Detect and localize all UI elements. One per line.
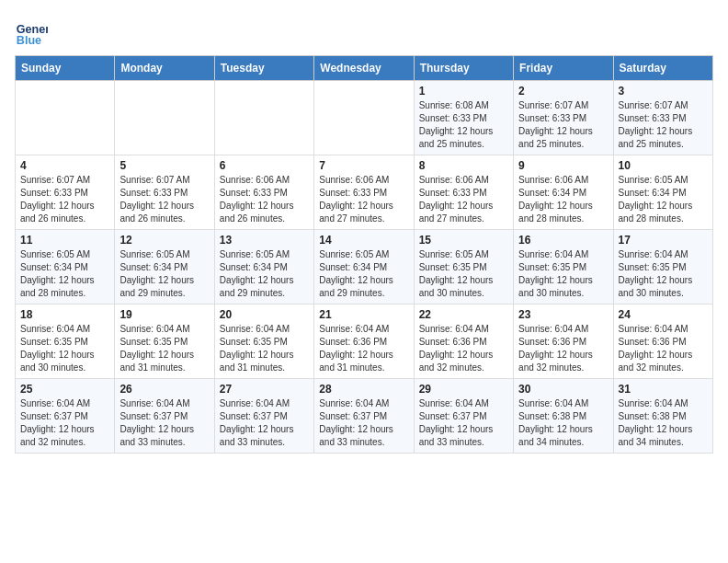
calendar-cell: 24Sunrise: 6:04 AM Sunset: 6:36 PM Dayli… bbox=[613, 304, 712, 379]
calendar-cell: 25Sunrise: 6:04 AM Sunset: 6:37 PM Dayli… bbox=[16, 379, 115, 454]
day-info: Sunrise: 6:06 AM Sunset: 6:34 PM Dayligh… bbox=[518, 174, 608, 225]
calendar-week-4: 18Sunrise: 6:04 AM Sunset: 6:35 PM Dayli… bbox=[16, 304, 713, 379]
day-info: Sunrise: 6:04 AM Sunset: 6:36 PM Dayligh… bbox=[419, 323, 508, 374]
day-number: 1 bbox=[419, 85, 508, 98]
calendar-cell: 1Sunrise: 6:08 AM Sunset: 6:33 PM Daylig… bbox=[414, 81, 513, 155]
weekday-header-thursday: Thursday bbox=[414, 56, 513, 81]
calendar-table: SundayMondayTuesdayWednesdayThursdayFrid… bbox=[15, 55, 713, 454]
day-number: 22 bbox=[419, 308, 508, 321]
calendar-cell: 20Sunrise: 6:04 AM Sunset: 6:35 PM Dayli… bbox=[214, 304, 313, 379]
calendar-cell: 12Sunrise: 6:05 AM Sunset: 6:34 PM Dayli… bbox=[115, 230, 214, 304]
day-info: Sunrise: 6:07 AM Sunset: 6:33 PM Dayligh… bbox=[20, 174, 109, 225]
calendar-cell: 11Sunrise: 6:05 AM Sunset: 6:34 PM Dayli… bbox=[16, 230, 115, 304]
day-info: Sunrise: 6:06 AM Sunset: 6:33 PM Dayligh… bbox=[220, 174, 309, 225]
day-number: 17 bbox=[619, 234, 708, 247]
day-number: 13 bbox=[220, 234, 309, 247]
day-info: Sunrise: 6:04 AM Sunset: 6:35 PM Dayligh… bbox=[220, 323, 309, 374]
calendar-cell: 18Sunrise: 6:04 AM Sunset: 6:35 PM Dayli… bbox=[16, 304, 115, 379]
day-number: 27 bbox=[220, 383, 309, 396]
weekday-header-friday: Friday bbox=[514, 56, 613, 81]
day-info: Sunrise: 6:05 AM Sunset: 6:34 PM Dayligh… bbox=[319, 248, 408, 300]
calendar-cell bbox=[214, 81, 313, 155]
day-number: 14 bbox=[319, 234, 408, 247]
weekday-header-wednesday: Wednesday bbox=[314, 56, 414, 81]
day-info: Sunrise: 6:04 AM Sunset: 6:36 PM Dayligh… bbox=[619, 323, 708, 374]
calendar-week-5: 25Sunrise: 6:04 AM Sunset: 6:37 PM Dayli… bbox=[16, 379, 713, 454]
calendar-cell: 13Sunrise: 6:05 AM Sunset: 6:34 PM Dayli… bbox=[214, 230, 313, 304]
day-info: Sunrise: 6:04 AM Sunset: 6:35 PM Dayligh… bbox=[119, 323, 209, 374]
calendar-cell: 22Sunrise: 6:04 AM Sunset: 6:36 PM Dayli… bbox=[414, 304, 513, 379]
calendar-cell: 29Sunrise: 6:04 AM Sunset: 6:37 PM Dayli… bbox=[414, 379, 513, 454]
calendar-cell: 21Sunrise: 6:04 AM Sunset: 6:36 PM Dayli… bbox=[314, 304, 414, 379]
calendar-cell: 31Sunrise: 6:04 AM Sunset: 6:38 PM Dayli… bbox=[613, 379, 712, 454]
day-number: 4 bbox=[20, 159, 109, 172]
day-number: 12 bbox=[119, 234, 209, 247]
day-number: 5 bbox=[119, 159, 209, 172]
calendar-cell: 28Sunrise: 6:04 AM Sunset: 6:37 PM Dayli… bbox=[314, 379, 414, 454]
day-number: 2 bbox=[518, 85, 608, 98]
calendar-cell: 23Sunrise: 6:04 AM Sunset: 6:36 PM Dayli… bbox=[514, 304, 613, 379]
day-info: Sunrise: 6:06 AM Sunset: 6:33 PM Dayligh… bbox=[319, 174, 408, 225]
day-number: 7 bbox=[319, 159, 408, 172]
day-number: 30 bbox=[518, 383, 608, 396]
day-info: Sunrise: 6:05 AM Sunset: 6:34 PM Dayligh… bbox=[20, 248, 109, 300]
day-info: Sunrise: 6:08 AM Sunset: 6:33 PM Dayligh… bbox=[419, 99, 508, 151]
day-info: Sunrise: 6:07 AM Sunset: 6:33 PM Dayligh… bbox=[119, 174, 209, 225]
svg-text:Blue: Blue bbox=[17, 34, 41, 47]
weekday-header-row: SundayMondayTuesdayWednesdayThursdayFrid… bbox=[16, 56, 713, 81]
day-info: Sunrise: 6:04 AM Sunset: 6:37 PM Dayligh… bbox=[319, 397, 408, 449]
day-info: Sunrise: 6:04 AM Sunset: 6:35 PM Dayligh… bbox=[20, 323, 109, 374]
calendar-week-2: 4Sunrise: 6:07 AM Sunset: 6:33 PM Daylig… bbox=[16, 155, 713, 230]
calendar-cell: 3Sunrise: 6:07 AM Sunset: 6:33 PM Daylig… bbox=[613, 81, 712, 155]
day-number: 9 bbox=[518, 159, 608, 172]
weekday-header-sunday: Sunday bbox=[16, 56, 115, 81]
calendar-week-1: 1Sunrise: 6:08 AM Sunset: 6:33 PM Daylig… bbox=[16, 81, 713, 155]
day-info: Sunrise: 6:04 AM Sunset: 6:36 PM Dayligh… bbox=[518, 323, 608, 374]
day-number: 16 bbox=[518, 234, 608, 247]
day-number: 21 bbox=[319, 308, 408, 321]
calendar-cell: 8Sunrise: 6:06 AM Sunset: 6:33 PM Daylig… bbox=[414, 155, 513, 230]
calendar-cell: 27Sunrise: 6:04 AM Sunset: 6:37 PM Dayli… bbox=[214, 379, 313, 454]
day-number: 25 bbox=[20, 383, 109, 396]
day-info: Sunrise: 6:04 AM Sunset: 6:37 PM Dayligh… bbox=[119, 397, 209, 449]
day-number: 11 bbox=[20, 234, 109, 247]
day-number: 28 bbox=[319, 383, 408, 396]
calendar-cell: 26Sunrise: 6:04 AM Sunset: 6:37 PM Dayli… bbox=[115, 379, 214, 454]
day-info: Sunrise: 6:04 AM Sunset: 6:38 PM Dayligh… bbox=[619, 397, 708, 449]
day-number: 26 bbox=[119, 383, 209, 396]
calendar-cell bbox=[314, 81, 414, 155]
day-number: 31 bbox=[619, 383, 708, 396]
day-number: 29 bbox=[419, 383, 508, 396]
day-number: 8 bbox=[419, 159, 508, 172]
calendar-cell: 19Sunrise: 6:04 AM Sunset: 6:35 PM Dayli… bbox=[115, 304, 214, 379]
weekday-header-saturday: Saturday bbox=[613, 56, 712, 81]
calendar-cell: 14Sunrise: 6:05 AM Sunset: 6:34 PM Dayli… bbox=[314, 230, 414, 304]
calendar-cell bbox=[16, 81, 115, 155]
calendar-cell bbox=[115, 81, 214, 155]
day-info: Sunrise: 6:04 AM Sunset: 6:36 PM Dayligh… bbox=[319, 323, 408, 374]
calendar-cell: 15Sunrise: 6:05 AM Sunset: 6:35 PM Dayli… bbox=[414, 230, 513, 304]
day-info: Sunrise: 6:07 AM Sunset: 6:33 PM Dayligh… bbox=[619, 99, 708, 151]
page-header: General Blue bbox=[15, 15, 713, 48]
calendar-header: SundayMondayTuesdayWednesdayThursdayFrid… bbox=[16, 56, 713, 81]
day-number: 6 bbox=[220, 159, 309, 172]
calendar-cell: 7Sunrise: 6:06 AM Sunset: 6:33 PM Daylig… bbox=[314, 155, 414, 230]
calendar-cell: 6Sunrise: 6:06 AM Sunset: 6:33 PM Daylig… bbox=[214, 155, 313, 230]
calendar-week-3: 11Sunrise: 6:05 AM Sunset: 6:34 PM Dayli… bbox=[16, 230, 713, 304]
day-info: Sunrise: 6:05 AM Sunset: 6:34 PM Dayligh… bbox=[619, 174, 708, 225]
calendar-cell: 2Sunrise: 6:07 AM Sunset: 6:33 PM Daylig… bbox=[514, 81, 613, 155]
day-number: 15 bbox=[419, 234, 508, 247]
day-info: Sunrise: 6:06 AM Sunset: 6:33 PM Dayligh… bbox=[419, 174, 508, 225]
calendar-cell: 9Sunrise: 6:06 AM Sunset: 6:34 PM Daylig… bbox=[514, 155, 613, 230]
day-info: Sunrise: 6:04 AM Sunset: 6:35 PM Dayligh… bbox=[619, 248, 708, 300]
calendar-body: 1Sunrise: 6:08 AM Sunset: 6:33 PM Daylig… bbox=[16, 81, 713, 454]
calendar-cell: 10Sunrise: 6:05 AM Sunset: 6:34 PM Dayli… bbox=[613, 155, 712, 230]
day-info: Sunrise: 6:04 AM Sunset: 6:37 PM Dayligh… bbox=[419, 397, 508, 449]
day-number: 18 bbox=[20, 308, 109, 321]
day-info: Sunrise: 6:04 AM Sunset: 6:35 PM Dayligh… bbox=[518, 248, 608, 300]
day-number: 10 bbox=[619, 159, 708, 172]
day-info: Sunrise: 6:05 AM Sunset: 6:34 PM Dayligh… bbox=[220, 248, 309, 300]
weekday-header-tuesday: Tuesday bbox=[214, 56, 313, 81]
calendar-cell: 5Sunrise: 6:07 AM Sunset: 6:33 PM Daylig… bbox=[115, 155, 214, 230]
calendar-cell: 17Sunrise: 6:04 AM Sunset: 6:35 PM Dayli… bbox=[613, 230, 712, 304]
